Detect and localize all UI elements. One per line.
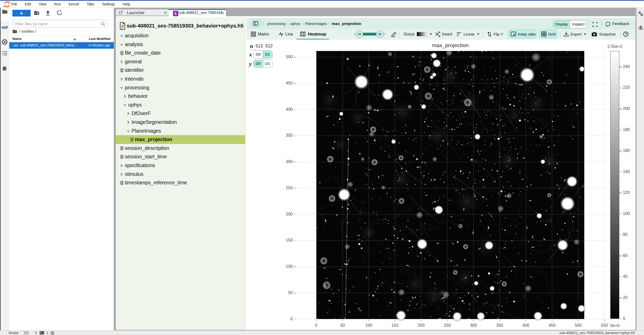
svg-text:F: F	[17, 44, 19, 47]
svg-text:?: ?	[625, 32, 627, 36]
svg-text:F: F	[6, 25, 8, 30]
